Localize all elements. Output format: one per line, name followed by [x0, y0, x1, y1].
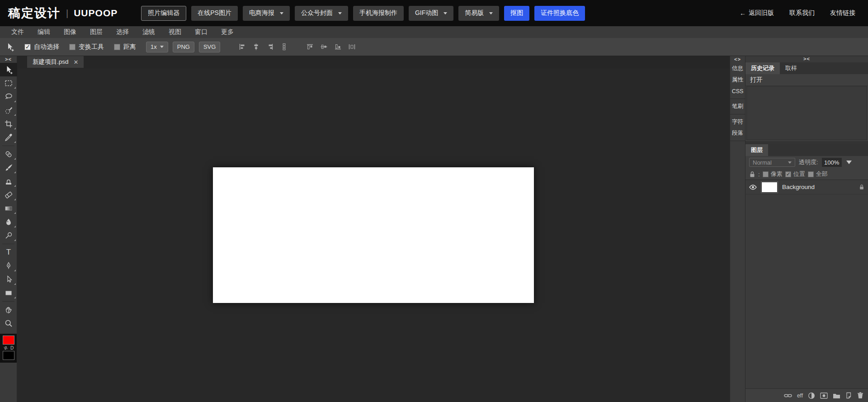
png-export-button[interactable]: PNG — [173, 42, 194, 52]
lock-all-checkbox[interactable]: 全部 — [808, 170, 828, 178]
clone-stamp-tool[interactable] — [0, 175, 17, 188]
align-top-icon[interactable] — [306, 43, 314, 51]
nav-online-ps-button[interactable]: 在线PS图片 — [191, 6, 238, 21]
rail-tab-css[interactable]: CSS — [730, 85, 745, 97]
blur-tool[interactable] — [0, 215, 17, 229]
layer-row-background[interactable]: Background — [745, 180, 868, 194]
transform-tool-checkbox[interactable]: 变换工具 — [69, 43, 104, 51]
nav-official-account-cover-button[interactable]: 公众号封面 — [295, 6, 348, 21]
close-icon[interactable]: ✕ — [74, 59, 79, 66]
layer-thumbnail[interactable] — [761, 182, 778, 193]
default-colors-icon[interactable]: D — [10, 345, 14, 350]
lock-position-checkbox[interactable]: 位置 — [785, 170, 805, 178]
effects-button[interactable]: eff — [797, 393, 803, 399]
toolbar-collapse-control[interactable]: >< — [0, 56, 17, 63]
menu-file[interactable]: 文件 — [5, 26, 31, 38]
menu-select[interactable]: 选择 — [109, 26, 136, 38]
menu-image[interactable]: 图像 — [57, 26, 83, 38]
nav-ecommerce-poster-button[interactable]: 电商海报 — [243, 6, 290, 21]
document-tab[interactable]: 新建项目.psd ✕ — [27, 56, 84, 68]
menu-view[interactable]: 视图 — [162, 26, 188, 38]
eraser-tool[interactable] — [0, 188, 17, 202]
align-bottom-icon[interactable] — [334, 43, 342, 51]
align-center-vertical-icon[interactable] — [252, 43, 260, 51]
nav-mobile-poster-button[interactable]: 手机海报制作 — [353, 6, 404, 21]
move-tool[interactable] — [0, 63, 17, 76]
adjustment-icon[interactable] — [808, 392, 815, 399]
checkbox-box[interactable] — [785, 171, 791, 177]
align-center-horizontal-icon[interactable] — [320, 43, 328, 51]
layer-lock-icon[interactable] — [859, 184, 864, 190]
lasso-tool[interactable] — [0, 90, 17, 104]
history-list[interactable] — [746, 86, 867, 140]
swap-colors-icon[interactable] — [3, 345, 8, 350]
crop-tool[interactable] — [0, 117, 17, 131]
link-icon[interactable] — [784, 393, 792, 398]
tab-layers[interactable]: 图层 — [745, 144, 768, 156]
distance-checkbox[interactable]: 距离 — [114, 43, 136, 51]
mask-icon[interactable] — [820, 393, 828, 399]
rail-tab-character[interactable]: 字符 — [730, 116, 745, 128]
new-layer-icon[interactable] — [845, 392, 852, 399]
contact-us-link[interactable]: 联系我们 — [789, 9, 815, 17]
shape-tool[interactable] — [0, 286, 17, 300]
zoom-tool[interactable] — [0, 317, 17, 330]
nav-simple-version-button[interactable]: 简易版 — [458, 6, 499, 21]
menu-layer[interactable]: 图层 — [83, 26, 109, 38]
menu-edit[interactable]: 编辑 — [31, 26, 57, 38]
history-entry-open[interactable]: 打开 — [745, 74, 868, 86]
gradient-tool[interactable] — [0, 202, 17, 215]
menu-filter[interactable]: 滤镜 — [136, 26, 162, 38]
dodge-tool[interactable] — [0, 229, 17, 242]
checkbox-box[interactable] — [808, 171, 814, 177]
eye-visibility-icon[interactable] — [749, 184, 757, 190]
distribute-vertical-icon[interactable] — [280, 43, 288, 51]
nav-photo-editor-button[interactable]: 照片编辑器 — [141, 6, 186, 21]
rail-tab-info[interactable]: 信息 — [730, 63, 745, 74]
rectangle-select-tool[interactable] — [0, 76, 17, 90]
lock-pixels-checkbox[interactable]: 像素 — [763, 170, 783, 178]
blur-drop-icon — [4, 218, 13, 227]
align-left-icon[interactable] — [238, 43, 246, 51]
group-folder-icon[interactable] — [833, 393, 840, 399]
panel-collapse-control[interactable]: >< — [745, 56, 868, 62]
type-tool[interactable]: T — [0, 246, 17, 259]
rail-tab-properties[interactable]: 属性 — [730, 74, 745, 85]
rail-tab-brushes[interactable]: 笔刷 — [730, 101, 745, 112]
distribute-horizontal-icon[interactable] — [348, 43, 356, 51]
dodge-icon — [4, 231, 13, 240]
healing-brush-tool[interactable] — [0, 147, 17, 161]
checkbox-box[interactable] — [763, 171, 769, 177]
friend-links-link[interactable]: 友情链接 — [830, 9, 855, 17]
checkbox-box[interactable] — [69, 44, 75, 50]
direct-select-tool[interactable] — [0, 273, 17, 286]
auto-select-checkbox[interactable]: 自动选择 — [24, 43, 59, 51]
rail-tab-paragraph[interactable]: 段落 — [730, 128, 745, 139]
align-right-icon[interactable] — [266, 43, 274, 51]
blend-mode-select[interactable]: Normal — [749, 158, 795, 167]
hand-tool[interactable] — [0, 303, 17, 317]
opacity-dropdown-icon[interactable] — [846, 161, 852, 164]
nav-cutout-button[interactable]: 抠图 — [504, 6, 529, 21]
checkbox-box[interactable] — [114, 44, 120, 50]
nav-gif-button[interactable]: GIF动图 — [409, 6, 453, 21]
eyedropper-tool[interactable] — [0, 131, 17, 144]
svg-export-button[interactable]: SVG — [199, 42, 220, 52]
tab-history[interactable]: 历史记录 — [745, 62, 780, 74]
delete-trash-icon[interactable] — [857, 392, 863, 399]
back-to-old-version-link[interactable]: ←返回旧版 — [740, 9, 774, 17]
tab-sampling[interactable]: 取样 — [780, 62, 802, 74]
opacity-value[interactable]: 100% — [822, 158, 842, 167]
menu-more[interactable]: 更多 — [214, 26, 241, 38]
canvas[interactable] — [213, 167, 534, 303]
pen-tool[interactable] — [0, 259, 17, 273]
rail-collapse-control[interactable]: <> — [730, 56, 745, 63]
quick-select-tool[interactable] — [0, 104, 17, 117]
menu-window[interactable]: 窗口 — [188, 26, 214, 38]
background-color-swatch[interactable] — [3, 351, 14, 360]
checkbox-box[interactable] — [24, 44, 31, 50]
nav-id-photo-bg-button[interactable]: 证件照换底色 — [534, 6, 585, 21]
brush-tool[interactable] — [0, 161, 17, 175]
zoom-level-select[interactable]: 1x — [146, 42, 168, 52]
foreground-color-swatch[interactable] — [3, 336, 14, 345]
